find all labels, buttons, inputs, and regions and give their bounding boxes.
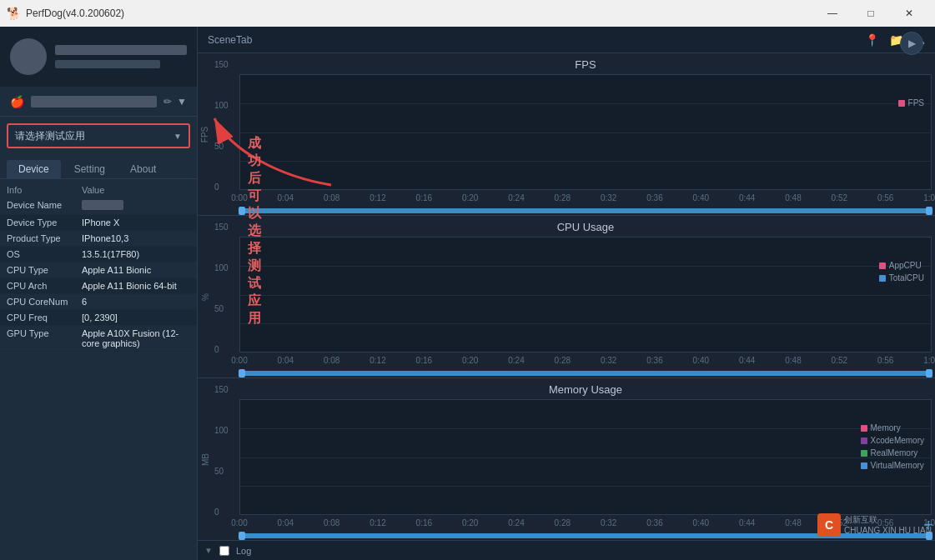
tab-setting[interactable]: Setting bbox=[63, 160, 117, 178]
edit-icon[interactable]: ✏ bbox=[163, 96, 172, 108]
info-row: Device Name bbox=[0, 198, 197, 215]
minimize-button[interactable]: — bbox=[813, 0, 852, 27]
tab-about[interactable]: About bbox=[118, 160, 168, 178]
y-tick: 100 bbox=[214, 101, 233, 110]
app-select-dropdown[interactable]: 请选择测试应用 ▼ bbox=[7, 123, 190, 148]
watermark-logo: C bbox=[817, 513, 841, 537]
sidebar: 🍎 ✏ ▼ 请选择测试应用 ▼ Device Setting About Inf… bbox=[0, 27, 198, 560]
x-tick: 0:16 bbox=[416, 193, 432, 202]
x-tick: 0:08 bbox=[324, 356, 339, 365]
log-checkbox[interactable] bbox=[219, 546, 229, 556]
avatar bbox=[10, 38, 47, 75]
chart-scrollbar-fps[interactable] bbox=[239, 208, 932, 213]
x-tick: 0:12 bbox=[369, 356, 385, 365]
info-row: Product TypeIPhone10,3 bbox=[0, 231, 197, 247]
x-tick: 0:52 bbox=[832, 193, 847, 202]
legend-label: AppCPU bbox=[889, 261, 922, 270]
scrollbar-handle-right[interactable] bbox=[926, 207, 932, 215]
scene-tab-bar: SceneTab 📍 📁 ☁ bbox=[198, 27, 935, 53]
main-layout: 🍎 ✏ ▼ 请选择测试应用 ▼ Device Setting About Inf… bbox=[0, 27, 935, 560]
y-tick: 0 bbox=[214, 345, 233, 354]
chart-yticks-fps: 150100500 bbox=[213, 53, 236, 215]
dropdown-icon[interactable]: ▼ bbox=[177, 96, 187, 108]
info-label: CPU Arch bbox=[7, 281, 82, 291]
x-tick: 0:44 bbox=[739, 518, 755, 528]
chart-legend-memory: MemoryXcodeMemoryRealMemoryVirtualMemory bbox=[861, 423, 924, 470]
chart-title-cpu: CPU Usage bbox=[236, 216, 935, 237]
x-tick: 0:12 bbox=[369, 193, 385, 202]
legend-dot bbox=[861, 438, 867, 444]
x-tick: 0:48 bbox=[785, 356, 801, 365]
legend-label: FPS bbox=[908, 98, 924, 108]
x-tick: 0:48 bbox=[785, 193, 801, 202]
right-panel: SceneTab 📍 📁 ☁ FPS150100500FPSFPS0:000:0… bbox=[198, 27, 935, 560]
legend-item: FPS bbox=[898, 98, 924, 108]
legend-dot bbox=[879, 262, 886, 269]
x-tick: 0:32 bbox=[601, 356, 616, 365]
info-row: CPU ArchApple A11 Bionic 64-bit bbox=[0, 278, 197, 294]
chart-main-fps: FPSFPS0:000:040:080:120:160:200:240:280:… bbox=[236, 53, 935, 215]
charts-area[interactable]: FPS150100500FPSFPS0:000:040:080:120:160:… bbox=[198, 53, 935, 540]
x-tick: 0:04 bbox=[278, 356, 294, 365]
info-row: CPU Freq[0, 2390] bbox=[0, 310, 197, 326]
info-row: GPU TypeApple A10X Fusion (12-core graph… bbox=[0, 326, 197, 352]
watermark: C 创新互联 CHUANG XIN HU LIAN bbox=[817, 513, 932, 537]
tab-device[interactable]: Device bbox=[7, 160, 61, 178]
chart-body-memory: MemoryXcodeMemoryRealMemoryVirtualMemory bbox=[239, 399, 932, 515]
chart-grid-line bbox=[240, 103, 931, 104]
x-tick: 0:32 bbox=[601, 518, 616, 528]
info-value: 13.5.1(17F80) bbox=[82, 249, 190, 259]
charts-container: FPS150100500FPSFPS0:000:040:080:120:160:… bbox=[198, 53, 935, 540]
x-tick: 0:40 bbox=[693, 518, 709, 528]
x-tick: 0:04 bbox=[278, 193, 294, 202]
y-tick: 0 bbox=[214, 182, 233, 192]
chart-cpu: %150100500CPU UsageAppCPUTotalCPU0:000:0… bbox=[198, 216, 935, 378]
watermark-text: 创新互联 CHUANG XIN HU LIAN bbox=[844, 514, 932, 536]
scrollbar-handle-left[interactable] bbox=[239, 532, 245, 540]
info-label: GPU Type bbox=[7, 328, 82, 338]
scrollbar-handle-left[interactable] bbox=[239, 207, 245, 215]
scrollbar-handle-right[interactable] bbox=[926, 369, 932, 378]
info-label: CPU Freq bbox=[7, 312, 82, 322]
x-tick: 0:28 bbox=[555, 518, 571, 528]
chart-scrollbar-cpu[interactable] bbox=[239, 371, 932, 376]
plus-button[interactable]: + bbox=[923, 516, 933, 535]
chart-title-memory: Memory Usage bbox=[236, 378, 935, 399]
x-tick: 0:20 bbox=[462, 356, 478, 365]
maximize-button[interactable]: □ bbox=[852, 0, 890, 27]
x-tick: 0:52 bbox=[832, 356, 847, 365]
watermark-line2: CHUANG XIN HU LIAN bbox=[844, 525, 932, 536]
chart-body-cpu: AppCPUTotalCPU bbox=[239, 237, 932, 352]
info-row: Device TypeIPhone X bbox=[0, 215, 197, 231]
bottom-arrow[interactable]: ▼ bbox=[204, 546, 213, 555]
watermark-symbol: C bbox=[825, 518, 833, 532]
scrollbar-handle-left[interactable] bbox=[239, 369, 245, 378]
info-value: Apple A11 Bionic 64-bit bbox=[82, 281, 190, 291]
scene-tab-label: SceneTab bbox=[208, 34, 252, 46]
info-label: OS bbox=[7, 249, 82, 259]
chart-grid-line bbox=[240, 295, 931, 296]
play-button[interactable]: ▶ bbox=[900, 32, 923, 55]
chart-grid-line bbox=[240, 323, 931, 324]
app-icon: 🐕 bbox=[7, 7, 21, 20]
info-header-row: Info Value bbox=[0, 182, 197, 198]
x-tick: 0:12 bbox=[369, 518, 385, 528]
close-button[interactable]: ✕ bbox=[890, 0, 928, 27]
chart-yticks-cpu: 150100500 bbox=[213, 216, 236, 378]
x-tick: 0:20 bbox=[462, 518, 478, 528]
scrollbar-thumb bbox=[239, 371, 932, 376]
location-icon[interactable]: 📍 bbox=[865, 33, 879, 47]
x-tick: 0:28 bbox=[555, 356, 571, 365]
chart-main-cpu: CPU UsageAppCPUTotalCPU0:000:040:080:120… bbox=[236, 216, 935, 378]
x-tick: 0:56 bbox=[877, 193, 893, 202]
legend-label: XcodeMemory bbox=[871, 436, 924, 445]
legend-label: VirtualMemory bbox=[871, 461, 924, 470]
title-bar-title: PerfDog(v4.0.200602) bbox=[26, 8, 124, 19]
watermark-line1: 创新互联 bbox=[844, 514, 932, 525]
chart-grid-line bbox=[240, 486, 931, 487]
chart-y-unit-cpu: % bbox=[198, 216, 213, 378]
info-rows-container: Device NameDevice TypeIPhone XProduct Ty… bbox=[0, 198, 197, 352]
x-tick: 1:00 bbox=[923, 356, 935, 365]
chart-grid-line bbox=[240, 458, 931, 458]
chart-yticks-memory: 150100500 bbox=[213, 378, 236, 540]
